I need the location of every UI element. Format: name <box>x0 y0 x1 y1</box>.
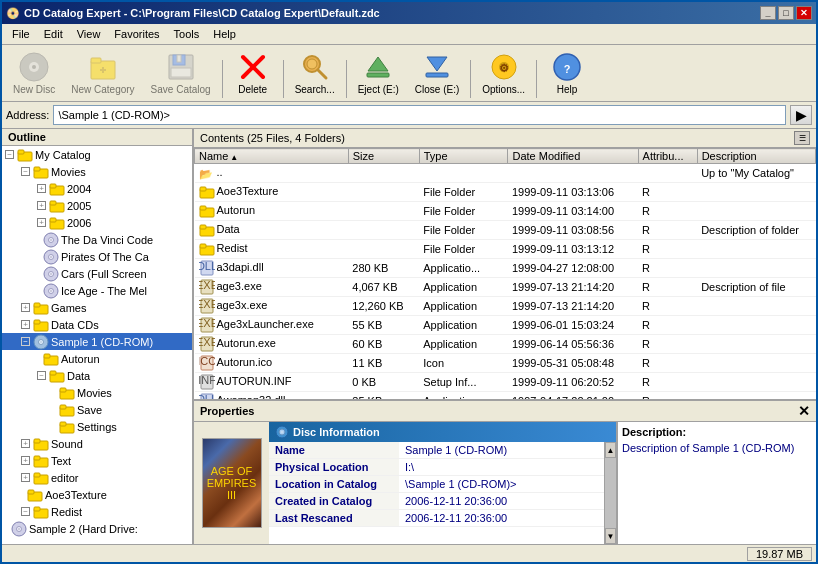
cell-desc: Description of file <box>697 278 815 297</box>
tree-item-editor[interactable]: + editor <box>2 469 192 486</box>
table-row[interactable]: Redist File Folder 1999-09-11 03:13:12 R <box>195 240 816 259</box>
tree-item-data[interactable]: − Data <box>2 367 192 384</box>
tree-expand-sound[interactable]: + <box>21 439 30 448</box>
tree-item-movies[interactable]: − Movies <box>2 163 192 180</box>
tree-item-ice-age[interactable]: Ice Age - The Mel <box>2 282 192 299</box>
tree-expand-movies[interactable]: − <box>21 167 30 176</box>
help-button[interactable]: ? Help <box>541 48 593 98</box>
tree-item-text[interactable]: + Text <box>2 452 192 469</box>
tree-expand-data[interactable]: − <box>37 371 46 380</box>
tree-item-settings[interactable]: Settings <box>2 418 192 435</box>
address-go-button[interactable]: ▶ <box>790 105 812 125</box>
table-row[interactable]: DLLAweman32.dll 35 KB Applicatio... 1997… <box>195 392 816 400</box>
close-drive-button[interactable]: Close (E:) <box>408 48 466 98</box>
svg-rect-79 <box>200 187 206 191</box>
delete-button[interactable]: Delete <box>227 48 279 98</box>
col-attr[interactable]: Attribu... <box>638 149 697 164</box>
table-row[interactable]: EXEage3x.exe 12,260 KB Application 1999-… <box>195 297 816 316</box>
eject-button[interactable]: Eject (E:) <box>351 48 406 98</box>
search-button[interactable]: Search... <box>288 48 342 98</box>
close-button[interactable]: ✕ <box>796 6 812 20</box>
tree-expand-2006[interactable]: + <box>37 218 46 227</box>
menu-edit[interactable]: Edit <box>38 26 69 42</box>
cell-type: File Folder <box>419 240 508 259</box>
address-input[interactable] <box>53 105 786 125</box>
tree-item-pirates[interactable]: Pirates Of The Ca <box>2 248 192 265</box>
tree-expand-editor[interactable]: + <box>21 473 30 482</box>
tree-expand-sample1[interactable]: − <box>21 337 30 346</box>
tree-label-data-cds: Data CDs <box>51 319 99 331</box>
options-button[interactable]: ⚙ Options... <box>475 48 532 98</box>
save-catalog-button[interactable]: Save Catalog <box>144 48 218 98</box>
outline-scroll[interactable]: − My Catalog − Movies + 2004 <box>2 146 192 544</box>
tree-expand-data-cds[interactable]: + <box>21 320 30 329</box>
table-row[interactable]: ICOAutorun.ico 11 KB Icon 1999-05-31 05:… <box>195 354 816 373</box>
cell-desc: Up to "My Catalog" <box>697 164 815 183</box>
col-date[interactable]: Date Modified <box>508 149 638 164</box>
svg-line-14 <box>318 70 326 78</box>
info-row: Created in Catalog 2006-12-11 20:36:00 <box>269 493 604 510</box>
properties-close-button[interactable]: ✕ <box>798 403 810 419</box>
tree-item-save[interactable]: Save <box>2 401 192 418</box>
info-label: Last Rescaned <box>269 510 399 527</box>
menu-tools[interactable]: Tools <box>168 26 206 42</box>
tree-item-sample1[interactable]: − Sample 1 (CD-ROM) <box>2 333 192 350</box>
svg-rect-81 <box>200 206 206 210</box>
minimize-button[interactable]: _ <box>760 6 776 20</box>
tree-item-movies-sub[interactable]: Movies <box>2 384 192 401</box>
scroll-up-btn[interactable]: ▲ <box>605 442 616 458</box>
tree-expand-text[interactable]: + <box>21 456 30 465</box>
tree-item-redist[interactable]: − Redist <box>2 503 192 520</box>
tree-expand-my-catalog[interactable]: − <box>5 150 14 159</box>
table-row[interactable]: EXEage3.exe 4,067 KB Application 1999-07… <box>195 278 816 297</box>
tree-expand-redist[interactable]: − <box>21 507 30 516</box>
tree-item-sound[interactable]: + Sound <box>2 435 192 452</box>
disc-info-scroll[interactable]: Name Sample 1 (CD-ROM) Physical Location… <box>269 442 604 544</box>
tree-item-aoe3texture[interactable]: Aoe3Texture <box>2 486 192 503</box>
table-row[interactable]: Autorun File Folder 1999-09-11 03:14:00 … <box>195 202 816 221</box>
svg-rect-69 <box>34 473 40 477</box>
table-row[interactable]: EXEAge3xLauncher.exe 55 KB Application 1… <box>195 316 816 335</box>
tree-expand-games[interactable]: + <box>21 303 30 312</box>
menu-help[interactable]: Help <box>207 26 242 42</box>
col-name[interactable]: Name▲ <box>195 149 349 164</box>
disc-info-title: Disc Information <box>293 426 380 438</box>
table-row[interactable]: Data File Folder 1999-09-11 03:08:56 R D… <box>195 221 816 240</box>
data-cds-folder-icon <box>33 317 49 333</box>
maximize-button[interactable]: □ <box>778 6 794 20</box>
col-type[interactable]: Type <box>419 149 508 164</box>
view-mode-button[interactable]: ☰ <box>794 131 810 145</box>
menu-view[interactable]: View <box>71 26 107 42</box>
svg-rect-26 <box>18 150 24 154</box>
menu-file[interactable]: File <box>6 26 36 42</box>
tree-item-games[interactable]: + Games <box>2 299 192 316</box>
tree-item-autorun[interactable]: Autorun <box>2 350 192 367</box>
table-row[interactable]: EXEAutorun.exe 60 KB Application 1999-06… <box>195 335 816 354</box>
svg-point-76 <box>18 528 20 530</box>
table-row[interactable]: 📂.. Up to "My Catalog" <box>195 164 816 183</box>
table-row[interactable]: DLLa3dapi.dll 280 KB Applicatio... 1999-… <box>195 259 816 278</box>
new-disc-button[interactable]: New Disc <box>6 48 62 98</box>
tree-expand-2005[interactable]: + <box>37 201 46 210</box>
tree-item-2004[interactable]: + 2004 <box>2 180 192 197</box>
tree-item-cars[interactable]: Cars (Full Screen <box>2 265 192 282</box>
scroll-down-btn[interactable]: ▼ <box>605 528 616 544</box>
tree-item-2006[interactable]: + 2006 <box>2 214 192 231</box>
info-scroll-bar[interactable]: ▲ ▼ <box>604 442 616 544</box>
file-list-area[interactable]: Name▲ Size Type Date Modified Attribu...… <box>194 148 816 399</box>
col-size[interactable]: Size <box>348 149 419 164</box>
col-desc[interactable]: Description <box>697 149 815 164</box>
cell-date: 1999-06-14 05:56:36 <box>508 335 638 354</box>
tree-item-da-vinci[interactable]: The Da Vinci Code <box>2 231 192 248</box>
new-category-button[interactable]: New Category <box>64 48 141 98</box>
tree-item-data-cds[interactable]: + Data CDs <box>2 316 192 333</box>
tree-item-my-catalog[interactable]: − My Catalog <box>2 146 192 163</box>
cd-pirates-icon <box>43 249 59 265</box>
table-row[interactable]: INFAUTORUN.INF 0 KB Setup Inf... 1999-09… <box>195 373 816 392</box>
table-row[interactable]: Aoe3Texture File Folder 1999-09-11 03:13… <box>195 183 816 202</box>
tree-expand-2004[interactable]: + <box>37 184 46 193</box>
tree-item-2005[interactable]: + 2005 <box>2 197 192 214</box>
tree-item-sample2[interactable]: Sample 2 (Hard Drive: <box>2 520 192 537</box>
menu-favorites[interactable]: Favorites <box>108 26 165 42</box>
svg-rect-85 <box>200 244 206 248</box>
